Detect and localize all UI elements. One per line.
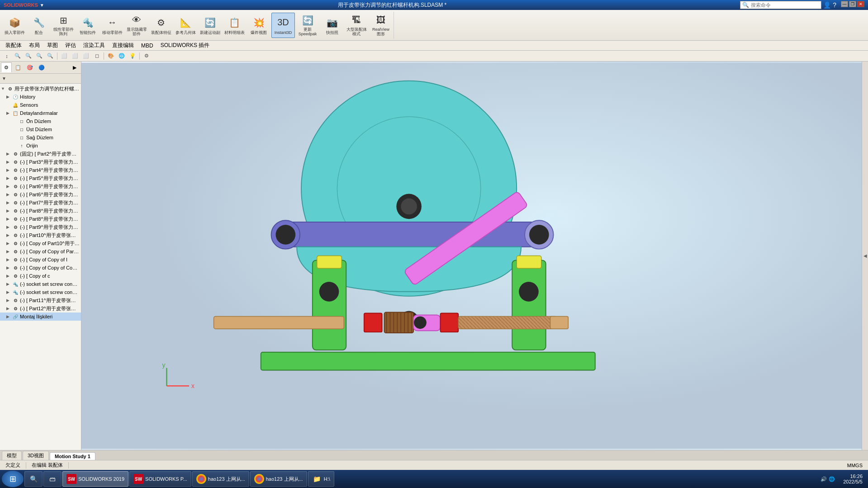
view-btn-13[interactable]: 💡 (128, 52, 138, 61)
menu-item-评估[interactable]: 评估 (62, 41, 80, 50)
search-input[interactable] (751, 2, 805, 8)
toolbar-btn-爆炸视图[interactable]: 💥爆炸视图 (247, 13, 270, 38)
tree-item-14[interactable]: ▶ ⚙ (-) [ Part8^用于皮带张力调节的t (0, 207, 81, 215)
toolbar-btn-大型装配体模式[interactable]: 🏗大型装配体模式 (345, 13, 368, 38)
start-button[interactable]: ⊞ (2, 471, 24, 487)
tree-expand-22[interactable]: ▶ (6, 274, 12, 278)
tree-item-23[interactable]: ▶ 🔩 (-) socket set screw cone point (0, 280, 81, 288)
view-btn-7[interactable]: ⬜ (70, 52, 80, 61)
panel-expand-btn[interactable]: ▶ (69, 62, 80, 72)
tree-item-12[interactable]: ▶ ⚙ (-) [ Part6^用于皮带张力调节的b (0, 190, 81, 199)
close-button[interactable]: ✕ (857, 1, 864, 7)
panel-tab-display[interactable]: 🔵 (36, 62, 47, 72)
tree-expand-26[interactable]: ▶ (6, 306, 12, 311)
toolbar-btn-配合[interactable]: 🔧配合 (27, 13, 51, 38)
tree-expand-0[interactable]: ▶ (6, 95, 12, 99)
menu-item-MBD[interactable]: MBD (138, 42, 157, 50)
view-btn-8[interactable]: ⬜ (81, 52, 91, 61)
bottom-tab-1[interactable]: 3D视图 (23, 451, 49, 460)
taskbar-taskview[interactable]: 🗃 (43, 471, 62, 487)
toolbar-btn-参考几何体[interactable]: 📐参考几何体 (174, 13, 197, 38)
panel-tab-properties[interactable]: 📋 (13, 62, 24, 72)
taskbar-solidworks-main[interactable]: SW SOLIDWORKS 2019 (62, 471, 128, 487)
toolbar-btn-更新Speedpak[interactable]: 🔄更新Speedpak (296, 13, 319, 38)
taskbar-search[interactable]: 🔍 (24, 471, 43, 487)
tree-expand-16[interactable]: ▶ (6, 225, 12, 229)
view-btn-3[interactable]: 🔍 (34, 52, 44, 61)
view-btn-1[interactable]: 🔍 (13, 52, 23, 61)
menu-item-装配体[interactable]: 装配体 (2, 41, 25, 50)
taskbar-clock[interactable]: 16:26 2022/5/5 (840, 474, 866, 484)
tree-item-9[interactable]: ▶ ⚙ (-) [ Part4^用于皮带张力调节的b (0, 166, 81, 174)
toolbar-btn-线性零部件阵列[interactable]: ⊞线性零部件阵列 (52, 13, 75, 38)
menu-item-SOLIDWORKS-插件[interactable]: SOLIDWORKS 插件 (157, 41, 213, 50)
tree-item-8[interactable]: ▶ ⚙ (-) [ Part3^用于皮带张力调节的b (0, 158, 81, 166)
tree-expand-root[interactable]: ▼ (1, 86, 6, 91)
tree-expand-7[interactable]: ▶ (6, 152, 12, 156)
toolbar-btn-移动零部件[interactable]: ↔移动零部件 (100, 13, 124, 38)
bottom-tab-0[interactable]: 模型 (2, 451, 22, 460)
tree-item-2[interactable]: ▶ 📋 Detaylandırmalar (0, 109, 81, 117)
tree-expand-9[interactable]: ▶ (6, 168, 12, 172)
taskbar-hao123-1[interactable]: hao123 上网从... (192, 471, 249, 487)
tree-expand-13[interactable]: ▶ (6, 200, 12, 205)
panel-tab-config[interactable]: 🎯 (24, 62, 35, 72)
minimize-button[interactable]: — (841, 1, 848, 7)
tree-expand-18[interactable]: ▶ (6, 241, 12, 246)
panel-tab-assembly[interactable]: ⚙ (1, 62, 12, 72)
menu-item-草图[interactable]: 草图 (43, 41, 62, 50)
tree-item-13[interactable]: ▶ ⚙ (-) [ Part7^用于皮带张力调节的b (0, 199, 81, 207)
tree-item-24[interactable]: ▶ 🔩 (-) socket set screw cone point (0, 288, 81, 296)
tree-item-25[interactable]: ▶ ⚙ (-) [ Part11^用于皮带张力调节的 (0, 296, 81, 304)
tree-item-19[interactable]: ▶ ⚙ (-) [ Copy of Copy of Part10^F (0, 247, 81, 256)
tree-item-16[interactable]: ▶ ⚙ (-) [ Part9^用于皮带张力调节的 (0, 223, 81, 231)
right-panel-collapse[interactable]: ◀ (862, 62, 868, 450)
tree-expand-10[interactable]: ▶ (6, 176, 12, 180)
tree-item-7[interactable]: ▶ ⚙ (固定) [ Part2^用于皮带张力调节 (0, 150, 81, 158)
tree-item-11[interactable]: ▶ ⚙ (-) [ Part6^用于皮带张力调节的b (0, 182, 81, 190)
tree-expand-17[interactable]: ▶ (6, 233, 12, 237)
toolbar-btn-新建运动副[interactable]: 🔄新建运动副 (198, 13, 222, 38)
tree-expand-11[interactable]: ▶ (6, 184, 12, 189)
user-icon[interactable]: 👤 (823, 1, 831, 9)
restore-button[interactable]: ❐ (849, 1, 856, 7)
tree-item-10[interactable]: ▶ ⚙ (-) [ Part5^用于皮带张力调节的b (0, 174, 81, 182)
tree-expand-8[interactable]: ▶ (6, 160, 12, 164)
tree-expand-21[interactable]: ▶ (6, 265, 12, 270)
tree-item-22[interactable]: ▶ ⚙ (-) [ Copy of c (0, 272, 81, 280)
toolbar-btn-材料明细表[interactable]: 📋材料明细表 (223, 13, 246, 38)
tree-item-3[interactable]: □ Ön Düzlem (0, 117, 81, 125)
tree-item-21[interactable]: ▶ ⚙ (-) [ Copy of Copy of Copy of I (0, 264, 81, 272)
toolbar-btn-显示隐藏零部件[interactable]: 👁显示隐藏零部件 (125, 13, 148, 38)
taskbar-sw-p[interactable]: SW SOLIDWORKS P... (129, 471, 191, 487)
tree-expand-2[interactable]: ▶ (6, 111, 12, 115)
view-btn-4[interactable]: 🔍 (45, 52, 55, 61)
menu-item-直接编辑[interactable]: 直接编辑 (109, 41, 138, 50)
titlebar-menu-arrow[interactable]: ▼ (40, 3, 44, 8)
tree-item-27[interactable]: ▶ 🔗 Montaj İlişkileri (0, 313, 81, 321)
bottom-tab-2[interactable]: Motion Study 1 (50, 452, 95, 460)
taskbar-explorer[interactable]: 📁 H:\ (308, 471, 334, 487)
search-box[interactable]: 🔍 (740, 1, 821, 9)
tree-root[interactable]: ▼ ⚙ 用于皮带张力调节的红杆螺杆机构 (V (0, 85, 81, 93)
view-btn-15[interactable]: ⚙ (142, 52, 152, 61)
tree-item-20[interactable]: ▶ ⚙ (-) [ Copy of Copy of I (0, 256, 81, 264)
view-btn-6[interactable]: ⬜ (59, 52, 69, 61)
taskbar-hao123-2[interactable]: hao123 上网从... (250, 471, 307, 487)
tree-expand-19[interactable]: ▶ (6, 249, 12, 254)
tree-expand-25[interactable]: ▶ (6, 298, 12, 303)
toolbar-btn-插入零部件[interactable]: 📦插入零部件 (3, 13, 26, 38)
tree-expand-24[interactable]: ▶ (6, 290, 12, 294)
view-btn-2[interactable]: 🔍 (24, 52, 33, 61)
menu-item-布局[interactable]: 布局 (25, 41, 43, 50)
tree-expand-27[interactable]: ▶ (6, 314, 12, 319)
tree-item-1[interactable]: 🔔 Sensors (0, 101, 81, 109)
menu-item-渲染工具[interactable]: 渲染工具 (80, 41, 109, 50)
tree-item-5[interactable]: □ Sağ Düzlem (0, 133, 81, 142)
tree-expand-23[interactable]: ▶ (6, 282, 12, 286)
toolbar-btn-Instant3D[interactable]: 3DInstant3D (271, 13, 295, 38)
tree-item-0[interactable]: ▶ 🕐 History (0, 93, 81, 101)
viewport-canvas[interactable]: x y (81, 62, 862, 450)
tree-item-4[interactable]: □ Üst Düzlem (0, 125, 81, 133)
tree-item-6[interactable]: ↑ Orijin (0, 142, 81, 150)
